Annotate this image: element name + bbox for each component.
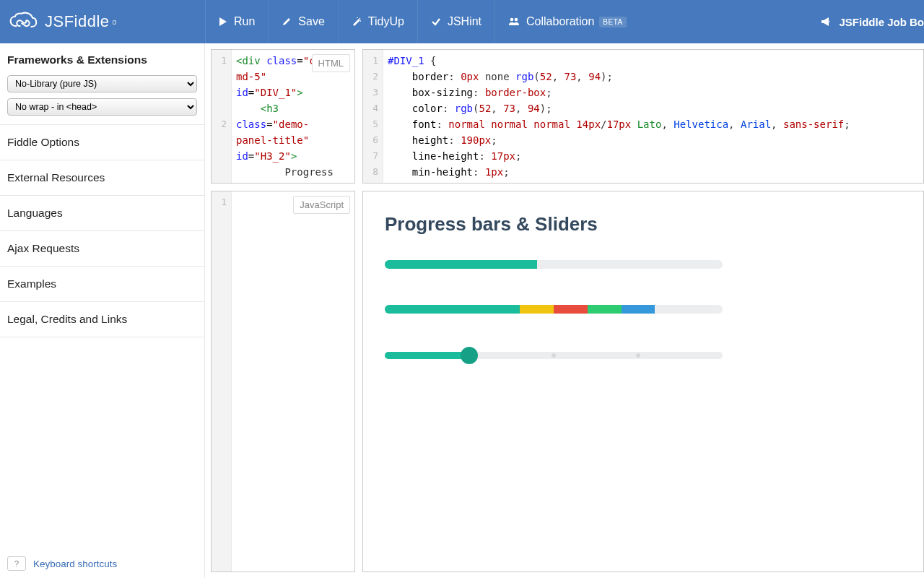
- save-label: Save: [298, 15, 324, 28]
- html-gutter: 123: [212, 50, 232, 183]
- play-icon: [219, 17, 227, 27]
- js-gutter: 1: [212, 191, 232, 571]
- js-panel-label: JavaScript: [293, 196, 350, 214]
- toolbar: Run Save TidyUp JSHint Collaboration BET…: [205, 0, 640, 43]
- sidebar-item-examples[interactable]: Examples: [0, 267, 204, 302]
- run-button[interactable]: Run: [205, 0, 268, 43]
- check-icon: [431, 17, 441, 27]
- wrap-select[interactable]: No wrap - in <head>: [7, 98, 197, 116]
- slider[interactable]: [385, 350, 723, 360]
- users-icon: [508, 17, 520, 27]
- logo-alpha: α: [113, 18, 117, 26]
- css-gutter: 12345678: [363, 50, 383, 183]
- css-code[interactable]: #DIV_1 { border: 0px none rgb(52, 73, 94…: [383, 50, 923, 183]
- progress-bar-multi: [385, 305, 723, 314]
- svg-point-1: [515, 18, 518, 22]
- jobboard-label: JSFiddle Job Bo: [839, 16, 924, 28]
- progress-bar-1-fill: [385, 260, 537, 269]
- logo-text: JSFiddle: [45, 12, 110, 31]
- javascript-panel[interactable]: JavaScript 1: [211, 191, 355, 572]
- slider-tick: [636, 353, 640, 358]
- slider-thumb[interactable]: [461, 347, 478, 364]
- save-button[interactable]: Save: [268, 0, 337, 43]
- jsfiddle-logo-icon: [9, 12, 38, 32]
- js-code[interactable]: [232, 191, 354, 571]
- progress-segment: [622, 305, 655, 314]
- progress-segment: [385, 305, 520, 314]
- top-bar: JSFiddle α Run Save TidyUp JSHint Collab…: [0, 0, 924, 43]
- progress-segment: [588, 305, 622, 314]
- sidebar-item-external-resources[interactable]: External Resources: [0, 160, 204, 196]
- jshint-label: JSHint: [448, 15, 481, 28]
- progress-segment: [520, 305, 554, 314]
- progress-segment: [554, 305, 588, 314]
- slider-fill: [385, 352, 469, 359]
- tidy-label: TidyUp: [368, 15, 404, 28]
- jobboard-link[interactable]: JSFiddle Job Bo: [808, 16, 924, 28]
- html-panel-label: HTML: [312, 54, 350, 72]
- sidebar-item-fiddle-options[interactable]: Fiddle Options: [0, 125, 204, 160]
- frameworks-title: Frameworks & Extensions: [7, 53, 197, 66]
- demo-title: Progress bars & Sliders: [385, 213, 902, 236]
- jshint-button[interactable]: JSHint: [417, 0, 494, 43]
- slider-tick: [552, 353, 556, 358]
- editor-panels: HTML 123 <div class="col- md-5" id="DIV_…: [205, 43, 924, 578]
- svg-point-0: [510, 18, 514, 22]
- sidebar-footer: ? Keyboard shortcuts: [0, 549, 204, 578]
- sidebar-item-languages[interactable]: Languages: [0, 196, 204, 231]
- html-panel[interactable]: HTML 123 <div class="col- md-5" id="DIV_…: [211, 49, 355, 184]
- megaphone-icon: [820, 17, 832, 27]
- wand-icon: [352, 17, 362, 27]
- pencil-icon: [282, 17, 292, 27]
- library-select[interactable]: No-Library (pure JS): [7, 75, 197, 92]
- result-panel: Progress bars & Sliders: [362, 191, 924, 572]
- collaboration-button[interactable]: Collaboration BETA: [494, 0, 640, 43]
- frameworks-section: Frameworks & Extensions No-Library (pure…: [0, 43, 204, 125]
- tidyup-button[interactable]: TidyUp: [338, 0, 417, 43]
- kbd-help-button[interactable]: ?: [7, 556, 26, 571]
- sidebar-item-ajax-requests[interactable]: Ajax Requests: [0, 231, 204, 267]
- kbd-shortcuts-link[interactable]: Keyboard shortcuts: [33, 558, 117, 569]
- run-label: Run: [234, 15, 255, 28]
- progress-bar-1: [385, 260, 723, 269]
- sidebar: Frameworks & Extensions No-Library (pure…: [0, 43, 205, 578]
- logo-area[interactable]: JSFiddle α: [0, 12, 205, 32]
- beta-badge: BETA: [599, 17, 626, 27]
- sidebar-item-legal[interactable]: Legal, Credits and Links: [0, 302, 204, 337]
- collab-label: Collaboration: [526, 15, 594, 28]
- css-panel[interactable]: 12345678 #DIV_1 { border: 0px none rgb(5…: [362, 49, 924, 184]
